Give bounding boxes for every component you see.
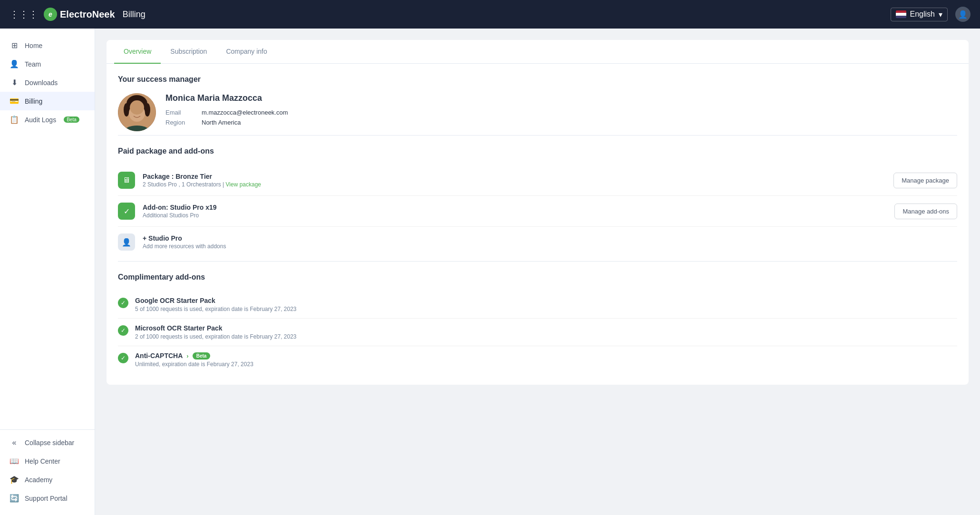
sidebar: ⊞ Home 👤 Team ⬇ Downloads 💳 Billing 📋 Au… <box>0 29 95 515</box>
svg-point-3 <box>124 103 129 117</box>
package-item-add-studio: 👤 + Studio Pro Add more resources with a… <box>118 227 957 257</box>
sidebar-item-team[interactable]: 👤 Team <box>0 55 95 73</box>
flag-icon <box>896 10 906 18</box>
email-label: Email <box>165 109 194 116</box>
help-icon: 📖 <box>10 457 19 466</box>
sidebar-label-home: Home <box>25 42 42 49</box>
success-manager-section: Your success manager <box>118 75 957 131</box>
studio-pro-name: Add-on: Studio Pro x19 <box>143 204 887 211</box>
app-name: ElectroNeek <box>60 9 115 20</box>
content-area: Overview Subscription Company info Your … <box>107 40 969 385</box>
email-value: m.mazzocca@electroneek.com <box>202 109 288 116</box>
chevron-down-icon: ▾ <box>939 10 942 19</box>
bronze-package-name: Package : Bronze Tier <box>143 173 886 180</box>
manager-region-row: Region North America <box>165 119 957 126</box>
anti-captcha-beta-badge: Beta <box>193 352 211 360</box>
sidebar-label-team: Team <box>25 60 41 68</box>
svg-point-5 <box>129 105 145 122</box>
anti-captcha-check: ✓ <box>118 353 128 363</box>
sidebar-item-billing[interactable]: 💳 Billing <box>0 92 95 110</box>
sidebar-label-help: Help Center <box>25 457 60 465</box>
sidebar-nav: ⊞ Home 👤 Team ⬇ Downloads 💳 Billing 📋 Au… <box>0 36 95 129</box>
google-ocr-info: Google OCR Starter Pack 5 of 1000 reques… <box>135 297 297 312</box>
svg-point-6 <box>132 110 135 113</box>
svg-point-4 <box>145 103 150 117</box>
app-logo[interactable]: e ElectroNeek <box>44 8 115 21</box>
addon-google-ocr: ✓ Google OCR Starter Pack 5 of 1000 requ… <box>118 291 957 319</box>
navbar: ⋮⋮⋮ e ElectroNeek Billing English ▾ 👤 <box>0 0 980 29</box>
sidebar-item-support[interactable]: 🔄 Support Portal <box>0 489 95 507</box>
audit-logs-icon: 📋 <box>10 115 19 124</box>
sidebar-label-academy: Academy <box>25 476 52 484</box>
anti-captcha-sub: Unlimited, expiration date is February 2… <box>135 361 253 368</box>
complimentary-addons-section: Complimentary add-ons ✓ Google OCR Start… <box>118 273 957 373</box>
microsoft-ocr-info: Microsoft OCR Starter Pack 2 of 1000 req… <box>135 324 297 340</box>
sidebar-label-downloads: Downloads <box>25 79 58 87</box>
sidebar-item-home[interactable]: ⊞ Home <box>0 36 95 55</box>
studio-pro-sub: Additional Studios Pro <box>143 212 887 219</box>
arrow-icon: › <box>186 352 188 360</box>
manage-addons-button[interactable]: Manage add-ons <box>894 204 957 219</box>
tab-overview[interactable]: Overview <box>114 40 161 64</box>
studio-pro-icon: ✓ <box>118 203 135 220</box>
bronze-package-icon: 🖥 <box>118 172 135 189</box>
tab-company-info[interactable]: Company info <box>216 40 276 64</box>
user-avatar[interactable]: 👤 <box>955 7 970 22</box>
success-manager-title: Your success manager <box>118 75 957 84</box>
addon-microsoft-ocr: ✓ Microsoft OCR Starter Pack 2 of 1000 r… <box>118 319 957 346</box>
paid-packages-title: Paid package and add-ons <box>118 147 957 155</box>
user-icon: 👤 <box>958 10 968 19</box>
microsoft-ocr-sub: 2 of 1000 requests is used, expiration d… <box>135 333 297 340</box>
package-item-bronze: 🖥 Package : Bronze Tier 2 Studios Pro , … <box>118 165 957 196</box>
language-selector[interactable]: English ▾ <box>891 8 948 21</box>
sidebar-item-help[interactable]: 📖 Help Center <box>0 452 95 470</box>
sidebar-item-academy[interactable]: 🎓 Academy <box>0 470 95 489</box>
language-label: English <box>910 10 935 19</box>
addon-anti-captcha: ✓ Anti-CAPTCHA › Beta Unlimited, expirat… <box>118 346 957 373</box>
add-studio-name: + Studio Pro <box>143 234 957 242</box>
tab-subscription[interactable]: Subscription <box>161 40 216 64</box>
page-title: Billing <box>123 10 146 19</box>
manager-details: Monica Maria Mazzocca Email m.mazzocca@e… <box>165 93 957 129</box>
billing-icon: 💳 <box>10 97 19 106</box>
sidebar-item-downloads[interactable]: ⬇ Downloads <box>0 73 95 92</box>
sidebar-item-collapse[interactable]: « Collapse sidebar <box>0 434 95 452</box>
tabs-bar: Overview Subscription Company info <box>107 40 969 64</box>
sidebar-label-billing: Billing <box>25 97 42 105</box>
add-studio-info: + Studio Pro Add more resources with add… <box>143 234 957 250</box>
academy-icon: 🎓 <box>10 475 19 484</box>
bronze-package-sub: 2 Studios Pro , 1 Orchestrators | View p… <box>143 181 886 188</box>
sidebar-label-collapse: Collapse sidebar <box>25 439 74 447</box>
support-icon: 🔄 <box>10 494 19 503</box>
sidebar-item-audit-logs[interactable]: 📋 Audit Logs Beta <box>0 110 95 129</box>
logo-icon: e <box>44 8 57 21</box>
add-studio-icon: 👤 <box>118 233 135 251</box>
app-layout: ⊞ Home 👤 Team ⬇ Downloads 💳 Billing 📋 Au… <box>0 29 980 515</box>
region-label: Region <box>165 119 194 126</box>
manager-avatar <box>118 93 156 131</box>
home-icon: ⊞ <box>10 41 19 50</box>
main-content: Overview Subscription Company info Your … <box>95 29 980 515</box>
manager-email-row: Email m.mazzocca@electroneek.com <box>165 109 957 116</box>
manager-name: Monica Maria Mazzocca <box>165 93 957 103</box>
microsoft-ocr-name: Microsoft OCR Starter Pack <box>135 324 297 332</box>
view-package-link[interactable]: View package <box>226 181 262 188</box>
svg-point-7 <box>139 110 142 113</box>
team-icon: 👤 <box>10 59 19 68</box>
sidebar-label-audit-logs: Audit Logs <box>25 116 56 124</box>
anti-captcha-name: Anti-CAPTCHA › Beta <box>135 352 253 360</box>
content-body: Your success manager <box>107 64 969 385</box>
collapse-icon: « <box>10 438 19 447</box>
add-studio-sub: Add more resources with addons <box>143 243 957 250</box>
manage-package-button[interactable]: Manage package <box>893 173 957 188</box>
sidebar-bottom: « Collapse sidebar 📖 Help Center 🎓 Acade… <box>0 429 95 507</box>
audit-logs-badge: Beta <box>64 117 79 123</box>
google-ocr-sub: 5 of 1000 requests is used, expiration d… <box>135 306 297 312</box>
anti-captcha-info: Anti-CAPTCHA › Beta Unlimited, expiratio… <box>135 352 253 368</box>
grid-icon[interactable]: ⋮⋮⋮ <box>10 9 38 20</box>
navbar-right: English ▾ 👤 <box>891 7 970 22</box>
package-item-studio-pro: ✓ Add-on: Studio Pro x19 Additional Stud… <box>118 196 957 227</box>
studio-pro-info: Add-on: Studio Pro x19 Additional Studio… <box>143 204 887 219</box>
google-ocr-check: ✓ <box>118 298 128 308</box>
manager-info-block: Monica Maria Mazzocca Email m.mazzocca@e… <box>118 93 957 131</box>
